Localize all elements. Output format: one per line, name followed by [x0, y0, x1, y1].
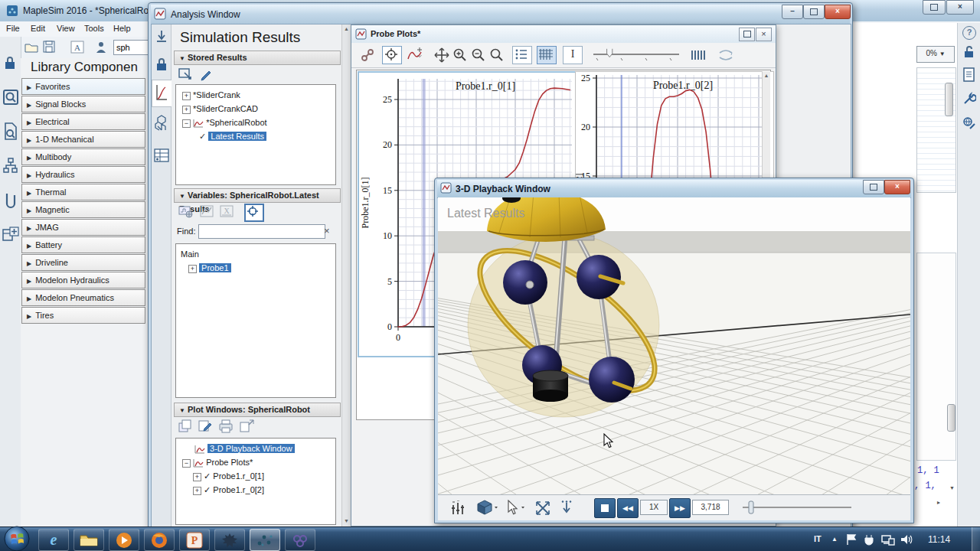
follow-camera-icon[interactable] [559, 500, 574, 517]
menu-view[interactable]: View [57, 24, 75, 33]
menu-help[interactable]: Help [113, 24, 131, 33]
export-results-icon[interactable] [155, 29, 168, 44]
unlock-icon[interactable] [962, 44, 976, 58]
zoom-select[interactable]: 0% ▼ [916, 46, 955, 63]
pan-icon[interactable] [434, 47, 449, 63]
stored-results-header[interactable]: ▼ Stored Results [174, 51, 341, 65]
tree-row-probe1[interactable]: + Probe1 [176, 261, 335, 275]
playback-close-button[interactable]: × [884, 180, 910, 194]
forward-button[interactable]: ▶▶ [669, 498, 691, 518]
probe-locate-button-active[interactable] [244, 204, 264, 222]
fit-view-icon[interactable] [534, 500, 551, 517]
library-item-magnetic[interactable]: ▶Magnetic [21, 201, 145, 218]
tree-row-sphericalrobot[interactable]: − *SphericalRobot [176, 116, 335, 129]
scroll-down-arrow[interactable]: ▼ [949, 485, 955, 491]
apply-results-icon[interactable] [178, 67, 194, 81]
variables-header[interactable]: ▼ Variables: SphericalRobot.Latest Resul… [174, 188, 341, 203]
find-clear-icon[interactable]: × [324, 225, 330, 236]
menu-edit[interactable]: Edit [31, 24, 45, 33]
library-item-hydraulics[interactable]: ▶Hydraulics [21, 166, 145, 183]
taskbar-ie-icon[interactable]: e [38, 529, 69, 551]
taskbar-firefox-icon[interactable] [144, 529, 175, 551]
globe-wrench-icon[interactable] [962, 116, 976, 130]
view-cube-icon[interactable] [476, 500, 498, 517]
library-item-driveline[interactable]: ▶Driveline [21, 254, 145, 271]
stop-button[interactable] [594, 498, 616, 518]
taskbar-media-player-icon[interactable] [109, 529, 139, 551]
console-scrollbar[interactable] [947, 404, 956, 432]
main-close-button[interactable]: × [946, 0, 974, 15]
cursor-mode-button[interactable]: I [563, 46, 583, 64]
library-item-modelon-pneumatics[interactable]: ▶Modelon Pneumatics [21, 289, 145, 306]
find-input[interactable] [198, 224, 325, 239]
tree-row-probe1-r02[interactable]: + ✓ Probe1.r_0[2] [176, 483, 335, 497]
add-curve-icon[interactable] [407, 47, 426, 63]
speed-box[interactable]: 1X [640, 500, 668, 515]
duplicate-plot-icon[interactable] [178, 419, 192, 433]
simulation-tab-active[interactable] [152, 80, 172, 107]
probe-settings-icon[interactable] [178, 205, 194, 219]
table-tab-icon[interactable] [154, 148, 169, 164]
playback-viewport[interactable]: Latest Results [438, 197, 910, 494]
library-item-signal-blocks[interactable]: ▶Signal Blocks [21, 96, 145, 112]
library-item-electrical[interactable]: ▶Electrical [21, 113, 145, 130]
edit-plot-icon[interactable] [198, 419, 212, 433]
start-button[interactable] [3, 525, 31, 551]
rewind-button[interactable]: ◀◀ [617, 498, 639, 518]
print-plot-icon[interactable] [218, 419, 234, 433]
model-tree-icon[interactable] [3, 158, 18, 174]
select-cursor-icon[interactable] [505, 500, 527, 517]
taskbar-maplesim-icon-active[interactable] [250, 529, 280, 551]
chart-scroll-up[interactable]: ▲ [763, 73, 770, 78]
taskbar-maple-cloud-icon[interactable] [285, 529, 315, 551]
zoom-reset-icon[interactable] [489, 47, 505, 63]
analysis-close-button[interactable]: × [825, 5, 851, 19]
save-icon[interactable] [43, 41, 55, 54]
tray-network-icon[interactable] [881, 533, 895, 546]
scrollbar-down-arrow[interactable]: ▼ [344, 518, 349, 523]
library-item-battery[interactable]: ▶Battery [21, 236, 145, 253]
add-apps-icon[interactable] [2, 227, 19, 243]
lock-icon[interactable] [4, 56, 16, 70]
library-item-tires[interactable]: ▶Tires [21, 307, 145, 324]
tree-row-latest-results[interactable]: ✓ Latest Results [176, 129, 335, 143]
legend-toggle-button[interactable] [512, 46, 532, 64]
menu-tools[interactable]: Tools [84, 24, 104, 33]
scrollbar-up-arrow[interactable]: ▲ [344, 26, 349, 31]
library-item-favorites[interactable]: ▶Favorites [21, 78, 145, 95]
tray-show-hidden-icons[interactable]: ▲ [831, 536, 838, 543]
point-probe-button-active[interactable] [382, 46, 402, 64]
trace-density-icon[interactable] [690, 48, 708, 62]
menu-file[interactable]: File [6, 24, 20, 33]
open-folder-icon[interactable] [24, 41, 38, 54]
x-axis-variable-icon[interactable]: X [220, 205, 234, 219]
playback-position-slider[interactable] [740, 500, 854, 515]
taskbar-powerpoint-icon[interactable]: P [179, 529, 210, 551]
tree-row-3d-playback[interactable]: 3-D Playback Window [176, 439, 335, 455]
refit-window-icon[interactable] [717, 48, 734, 62]
tray-volume-icon[interactable] [900, 533, 913, 546]
document-icon[interactable] [962, 67, 976, 83]
tray-action-center-icon[interactable] [845, 533, 858, 546]
canvas-scrollbar[interactable] [945, 83, 953, 116]
tree-row-slidercrank[interactable]: + *SliderCrank [176, 85, 335, 102]
main-restore-button[interactable] [923, 0, 946, 15]
library-item-modelon-hydraulics[interactable]: ▶Modelon Hydraulics [21, 272, 145, 289]
playback-titlebar[interactable]: 3-D Playback Window × [437, 180, 911, 198]
library-item-thermal[interactable]: ▶Thermal [21, 184, 145, 201]
zoom-out-icon[interactable] [471, 47, 486, 63]
library-item-1d-mechanical[interactable]: ▶1-D Mechanical [21, 131, 145, 148]
tray-power-icon[interactable] [863, 533, 876, 546]
scroll-right-arrow[interactable]: ▸ [937, 499, 940, 506]
analysis-minimize-button[interactable]: – [782, 5, 803, 19]
library-item-jmag[interactable]: ▶JMAG [21, 219, 145, 236]
playback-settings-icon[interactable] [450, 500, 466, 516]
taskbar-clock[interactable]: 11:14 [928, 534, 950, 545]
results-panel-scrollbar[interactable]: ▲ ▼ [341, 24, 351, 527]
person-icon[interactable] [95, 41, 107, 54]
link-axes-icon[interactable] [361, 48, 374, 62]
frame-counter[interactable]: 3,718 [692, 500, 729, 515]
plot-variable-icon[interactable] [200, 205, 214, 219]
tray-language-indicator[interactable]: IT [814, 534, 822, 543]
show-desktop-button[interactable] [972, 527, 980, 551]
